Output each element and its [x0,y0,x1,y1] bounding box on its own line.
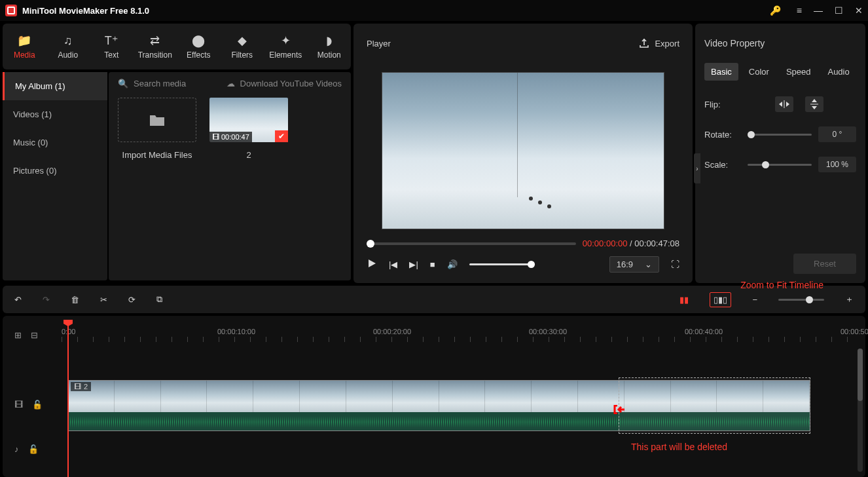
playhead[interactable] [67,321,69,477]
sidebar-item-pictures[interactable]: Pictures (0) [3,157,107,185]
tab-effects[interactable]: ⬤Effects [177,29,221,64]
preview-frame [382,72,664,229]
audio-track-lock-icon[interactable]: 🔓 [28,444,39,454]
app-logo [5,5,17,16]
trim-selection[interactable] [619,377,810,434]
media-clip-tile[interactable]: 🎞00:00:47 ✔ 2 [209,98,288,160]
ruler-tick: 00:00:10:00 [217,328,255,335]
time-ruler[interactable]: 0:00 00:00:10:00 00:00:20:00 00:00:30:00… [62,316,859,342]
tab-filters[interactable]: ◆Filters [221,29,264,64]
split-button[interactable]: ✂ [100,295,107,305]
tab-elements-label: Elements [269,50,302,60]
zoom-in-button[interactable]: ＋ [845,294,854,305]
rotate-label: Rotate: [704,130,741,140]
folder-icon: 📁 [3,33,46,48]
scale-slider[interactable] [748,164,812,166]
search-input[interactable]: Search media [134,79,221,88]
add-track-button[interactable]: ⊞ [14,330,22,340]
rotate-value[interactable]: 0 ° [818,126,856,142]
zoom-out-button[interactable]: − [752,295,757,305]
tab-motion[interactable]: ◗Motion [308,29,352,64]
volume-icon[interactable]: 🔊 [447,259,458,269]
rotate-slider[interactable] [748,134,812,136]
titlebar: MiniTool MovieMaker Free 8.1.0 🔑 ≡ — ☐ ✕ [0,0,868,21]
hamburger-menu-icon[interactable]: ≡ [797,5,802,16]
play-button[interactable] [367,258,377,271]
zoom-slider[interactable] [778,299,824,301]
tab-text-label: Text [104,50,118,60]
remove-track-button[interactable]: ⊟ [31,330,38,340]
download-youtube-link[interactable]: Download YouTube Videos [240,79,342,88]
undo-button[interactable]: ↶ [14,295,22,305]
video-track-lock-icon[interactable]: 🔓 [32,400,43,410]
sidebar-item-music[interactable]: Music (0) [3,128,107,157]
minimize-button[interactable]: — [814,5,823,16]
tab-audio[interactable]: ♫Audio [46,30,90,64]
aspect-ratio-value: 16:9 [617,259,633,269]
sparkle-icon: ✦ [264,33,308,48]
proptab-color[interactable]: Color [742,63,776,81]
proptab-speed[interactable]: Speed [780,63,818,81]
import-media-label: Import Media Files [118,150,196,160]
flip-horizontal-button[interactable] [775,96,793,112]
flip-vertical-button[interactable] [805,96,823,112]
film-icon: 🎞 [74,383,81,391]
aspect-ratio-select[interactable]: 16:9⌄ [609,256,659,273]
next-frame-button[interactable]: ▶| [409,259,418,269]
filters-icon: ◆ [221,33,264,48]
player-title: Player [367,39,391,48]
delete-button[interactable]: 🗑 [71,295,79,305]
music-note-icon: ♫ [46,34,90,48]
preview-area[interactable] [353,63,693,238]
player-panel: Player Export 00:00:00:00 / 00:00:47:08 … [353,24,693,283]
tab-text[interactable]: T⁺Text [90,29,134,64]
scale-label: Scale: [704,160,741,170]
timeline-toolbar: ↶ ↷ 🗑 ✂ ⟳ ⧉ ▮▮ ▯▮▯ − ＋ [3,286,865,313]
proptab-audio[interactable]: Audio [821,63,856,81]
maximize-button[interactable]: ☐ [835,5,843,16]
sidebar-item-videos[interactable]: Videos (1) [3,100,107,128]
transition-icon: ⇄ [134,33,177,48]
export-icon [639,38,649,48]
video-track[interactable]: 🎞2 [67,380,854,431]
import-media-tile[interactable]: Import Media Files [118,98,196,160]
volume-slider[interactable] [469,263,535,265]
speed-button[interactable]: ⟳ [128,295,136,305]
ruler-tick: 00:00:50 [841,328,868,335]
reset-button[interactable]: Reset [793,254,856,274]
motion-icon: ◗ [308,33,352,48]
proptab-basic[interactable]: Basic [704,63,738,81]
prev-frame-button[interactable]: |◀ [389,259,397,269]
media-panel: 🔍 Search media ☁ Download YouTube Videos… [109,72,351,280]
tab-media[interactable]: 📁Media [3,29,46,64]
timeline-mode-icon[interactable]: ▮▮ [679,295,689,305]
scrub-bar[interactable] [367,242,576,245]
ruler-tick: 00:00:30:00 [529,328,567,335]
sidebar-item-myalbum[interactable]: My Album (1) [3,72,107,100]
effects-icon: ⬤ [177,33,221,48]
timeline-scrollbar[interactable] [858,349,863,472]
tab-transition-label: Transition [138,50,172,60]
clip-thumbnail[interactable]: 🎞00:00:47 ✔ [209,98,288,142]
zoom-to-fit-button[interactable]: ▯▮▯ [710,292,731,307]
scale-value[interactable]: 100 % [818,157,856,172]
license-key-icon[interactable]: 🔑 [770,5,781,16]
crop-button[interactable]: ⧉ [156,294,162,305]
stop-button[interactable]: ■ [430,259,435,269]
close-button[interactable]: ✕ [855,5,863,16]
panel-expand-handle[interactable]: › [694,153,700,183]
annotation-delete: This part will be deleted [631,442,727,452]
tab-elements[interactable]: ✦Elements [264,29,308,64]
tab-effects-label: Effects [187,50,210,60]
time-current: 00:00:00:00 [583,238,628,248]
redo-button[interactable]: ↷ [43,295,50,305]
export-button[interactable]: Export [639,38,679,48]
search-icon: 🔍 [118,79,128,88]
chevron-down-icon: ⌄ [645,259,652,269]
fullscreen-button[interactable]: ⛶ [671,259,679,269]
tab-filters-label: Filters [231,50,253,60]
folder-icon [149,113,166,127]
tab-transition[interactable]: ⇄Transition [134,29,177,64]
props-title: Video Property [704,24,856,63]
media-sidebar: My Album (1) Videos (1) Music (0) Pictur… [3,72,107,280]
